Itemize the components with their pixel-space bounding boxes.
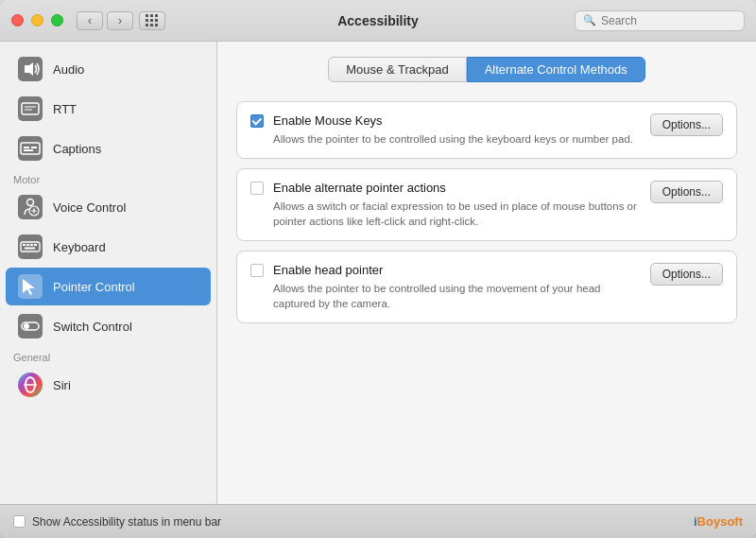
mouse-keys-checkbox-area[interactable]: [250, 114, 264, 128]
bottom-bar: Show Accessibility status in menu bar iB…: [0, 504, 756, 538]
svg-rect-18: [23, 244, 26, 246]
sidebar-item-pointer-control-label: Pointer Control: [53, 280, 135, 294]
forward-icon: ›: [118, 14, 122, 27]
head-pointer-options-button[interactable]: Options...: [650, 263, 723, 286]
tab-alternate-control[interactable]: Alternate Control Methods: [467, 57, 645, 82]
search-input[interactable]: [601, 14, 736, 27]
voice-control-icon: [17, 194, 43, 220]
siri-icon: [17, 372, 43, 398]
sidebar-item-voice-control-label: Voice Control: [53, 200, 126, 215]
mouse-keys-title: Enable Mouse Keys: [273, 113, 639, 128]
watermark: iBoysoft: [694, 514, 743, 529]
back-button[interactable]: ‹: [77, 11, 103, 30]
sidebar-item-switch-control-label: Switch Control: [53, 320, 132, 334]
mouse-keys-options-button[interactable]: Options...: [650, 113, 723, 136]
back-icon: ‹: [88, 14, 92, 27]
sidebar-item-audio-label: Audio: [53, 62, 84, 77]
mouse-keys-checkbox[interactable]: [250, 114, 264, 128]
svg-rect-21: [34, 244, 37, 246]
maximize-button[interactable]: [51, 14, 63, 26]
sidebar-item-rtt-label: RTT: [53, 102, 77, 116]
alt-pointer-option: Enable alternate pointer actions Allows …: [236, 168, 737, 241]
nav-buttons: ‹ ›: [77, 11, 133, 30]
mouse-keys-desc: Allows the pointer to be controlled usin…: [273, 131, 639, 147]
alt-pointer-options-button[interactable]: Options...: [650, 181, 723, 203]
switch-control-icon: [17, 313, 43, 339]
svg-rect-22: [25, 248, 35, 250]
mouse-keys-text: Enable Mouse Keys Allows the pointer to …: [273, 113, 639, 147]
head-pointer-text: Enable head pointer Allows the pointer t…: [273, 263, 639, 311]
svg-rect-16: [18, 234, 43, 259]
pointer-control-icon: [17, 273, 43, 300]
head-pointer-option: Enable head pointer Allows the pointer t…: [236, 251, 737, 323]
sidebar-item-siri[interactable]: Siri: [6, 366, 211, 404]
alt-pointer-checkbox-area[interactable]: [250, 182, 264, 195]
sidebar-item-keyboard-label: Keyboard: [53, 240, 106, 254]
head-pointer-left: Enable head pointer Allows the pointer t…: [250, 263, 639, 311]
mouse-keys-option: Enable Mouse Keys Allows the pointer to …: [236, 101, 737, 159]
tab-mouse-trackpad[interactable]: Mouse & Trackpad: [328, 57, 466, 82]
head-pointer-checkbox-area[interactable]: [250, 264, 264, 277]
audio-icon: [17, 56, 43, 82]
alt-pointer-checkbox[interactable]: [250, 182, 264, 195]
sidebar-item-siri-label: Siri: [53, 378, 71, 392]
head-pointer-checkbox[interactable]: [250, 264, 264, 277]
traffic-lights: [11, 14, 63, 26]
search-box[interactable]: 🔍: [575, 10, 745, 31]
show-status-label: Show Accessibility status in menu bar: [32, 515, 221, 529]
svg-rect-20: [30, 244, 33, 246]
head-pointer-title: Enable head pointer: [273, 263, 639, 277]
svg-rect-19: [26, 244, 29, 246]
forward-button[interactable]: ›: [107, 11, 133, 30]
keyboard-icon: [17, 234, 43, 260]
close-button[interactable]: [11, 14, 24, 26]
alt-pointer-text: Enable alternate pointer actions Allows …: [273, 181, 639, 229]
main-content: Audio RTT Captions Motor: [0, 42, 756, 504]
sidebar: Audio RTT Captions Motor: [0, 42, 217, 504]
sidebar-item-keyboard[interactable]: Keyboard: [6, 228, 211, 266]
sidebar-item-rtt[interactable]: RTT: [6, 90, 211, 128]
minimize-button[interactable]: [31, 14, 43, 26]
tab-bar: Mouse & Trackpad Alternate Control Metho…: [236, 57, 737, 82]
window-title: Accessibility: [337, 13, 419, 28]
alt-pointer-left: Enable alternate pointer actions Allows …: [250, 181, 639, 229]
svg-rect-6: [18, 136, 43, 161]
general-section-label: General: [0, 346, 216, 365]
sidebar-item-captions[interactable]: Captions: [6, 130, 211, 167]
sidebar-item-switch-control[interactable]: Switch Control: [6, 307, 211, 345]
show-status-checkbox[interactable]: [13, 515, 26, 528]
sidebar-item-voice-control[interactable]: Voice Control: [6, 188, 211, 226]
mouse-keys-left: Enable Mouse Keys Allows the pointer to …: [250, 113, 639, 147]
search-icon: 🔍: [583, 14, 596, 26]
window: ‹ › Accessibility 🔍: [0, 0, 756, 538]
captions-icon: [17, 135, 43, 162]
sidebar-item-pointer-control[interactable]: Pointer Control: [6, 268, 211, 305]
head-pointer-desc: Allows the pointer to be controlled usin…: [273, 281, 639, 311]
alt-pointer-title: Enable alternate pointer actions: [273, 181, 639, 195]
alt-pointer-desc: Allows a switch or facial expression to …: [273, 199, 639, 229]
grid-view-button[interactable]: [139, 11, 165, 30]
titlebar: ‹ › Accessibility 🔍: [0, 0, 756, 42]
grid-icon: [146, 14, 159, 27]
sidebar-item-audio[interactable]: Audio: [6, 50, 211, 88]
rtt-icon: [17, 95, 43, 122]
motor-section-label: Motor: [0, 168, 216, 187]
svg-point-27: [24, 323, 29, 329]
sidebar-item-captions-label: Captions: [53, 142, 101, 156]
right-panel: Mouse & Trackpad Alternate Control Metho…: [217, 42, 756, 504]
